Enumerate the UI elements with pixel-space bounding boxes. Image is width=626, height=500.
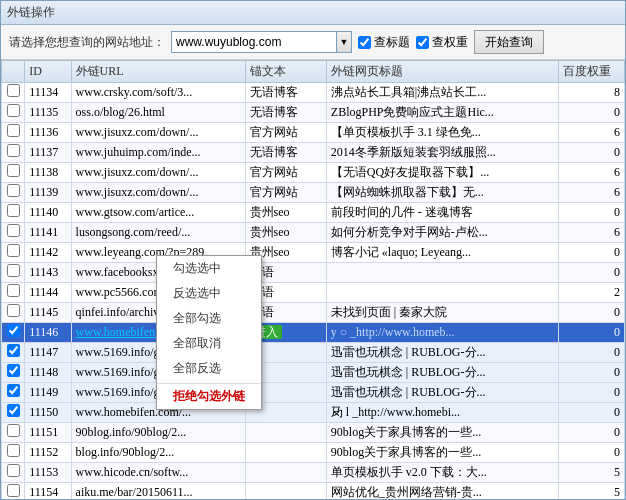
row-id: 11137 bbox=[25, 143, 71, 163]
table-row[interactable]: 11134www.crsky.com/soft/3...无语博客沸点站长工具箱|… bbox=[2, 83, 625, 103]
row-url[interactable]: blog.info/90blog/2... bbox=[71, 443, 245, 463]
row-url[interactable]: 90blog.info/90blog/2... bbox=[71, 423, 245, 443]
url-dropdown-arrow[interactable]: ▼ bbox=[336, 31, 352, 53]
row-title: 博客小记 «laquo; Leyeang... bbox=[326, 243, 558, 263]
row-rank: 0 bbox=[558, 423, 624, 443]
table-row[interactable]: 11142www.leyeang.com/?p=289贵州seo博客小记 «la… bbox=[2, 243, 625, 263]
header-rank: 百度权重 bbox=[558, 61, 624, 83]
row-checkbox[interactable] bbox=[7, 184, 20, 197]
row-checkbox[interactable] bbox=[7, 104, 20, 117]
row-checkbox-cell bbox=[2, 303, 25, 323]
table-row[interactable]: 11148www.5169.info/guanz...迅雷也玩棋念 | RUBL… bbox=[2, 363, 625, 383]
row-id: 11140 bbox=[25, 203, 71, 223]
row-title: 夃 l _http://www.homebi... bbox=[326, 403, 558, 423]
row-url[interactable]: www.jisuxz.com/down/... bbox=[71, 163, 245, 183]
table-row[interactable]: 11150www.homebifen.com/...夃 l _http://ww… bbox=[2, 403, 625, 423]
row-checkbox[interactable] bbox=[7, 384, 20, 397]
table-row[interactable]: 11144www.pc5566.com/soft/...无语2 bbox=[2, 283, 625, 303]
row-rank: 0 bbox=[558, 263, 624, 283]
table-row[interactable]: 1115190blog.info/90blog/2...90blog关于家具博客… bbox=[2, 423, 625, 443]
row-url[interactable]: aiku.me/bar/20150611... bbox=[71, 483, 245, 500]
row-checkbox[interactable] bbox=[7, 304, 20, 317]
row-id: 11142 bbox=[25, 243, 71, 263]
row-checkbox[interactable] bbox=[7, 324, 20, 337]
row-id: 11152 bbox=[25, 443, 71, 463]
row-url[interactable]: www.gtsow.com/artice... bbox=[71, 203, 245, 223]
context-menu-item-uncheck-all[interactable]: 全部取消 bbox=[157, 331, 261, 356]
title-bar: 外链操作 bbox=[1, 1, 625, 25]
table-row[interactable]: 11138www.jisuxz.com/down/...官方网站【无语QQ好友提… bbox=[2, 163, 625, 183]
row-title: 迅雷也玩棋念 | RUBLOG-分... bbox=[326, 383, 558, 403]
table-row[interactable]: 11136www.jisuxz.com/down/...官方网站【单页模板扒手 … bbox=[2, 123, 625, 143]
row-rank: 0 bbox=[558, 403, 624, 423]
row-id: 11134 bbox=[25, 83, 71, 103]
table-row[interactable]: 11153www.hicode.cn/softw...单页模板扒手 v2.0 下… bbox=[2, 463, 625, 483]
row-checkbox[interactable] bbox=[7, 484, 20, 497]
row-anchor bbox=[245, 483, 326, 500]
row-checkbox[interactable] bbox=[7, 344, 20, 357]
row-checkbox[interactable] bbox=[7, 244, 20, 257]
context-menu: 勾选选中反选选中全部勾选全部取消全部反选拒绝勾选外链 bbox=[156, 255, 262, 410]
row-anchor: 无语博客 bbox=[245, 103, 326, 123]
context-menu-item-reject-checked[interactable]: 拒绝勾选外链 bbox=[157, 383, 261, 409]
row-checkbox[interactable] bbox=[7, 364, 20, 377]
row-url[interactable]: www.hicode.cn/softw... bbox=[71, 463, 245, 483]
row-url[interactable]: www.jisuxz.com/down/... bbox=[71, 123, 245, 143]
context-menu-item-check-all[interactable]: 全部勾选 bbox=[157, 306, 261, 331]
table-row[interactable]: 11137www.juhuimp.com/inde...无语博客2014冬季新版… bbox=[2, 143, 625, 163]
row-checkbox[interactable] bbox=[7, 164, 20, 177]
row-checkbox-cell bbox=[2, 363, 25, 383]
table-row[interactable]: 11145qinfei.info/archives...无语未找到页面 | 秦家… bbox=[2, 303, 625, 323]
row-anchor bbox=[245, 443, 326, 463]
table-row[interactable]: 11135oss.o/blog/26.html无语博客ZBlogPHP免费响应式… bbox=[2, 103, 625, 123]
table-row[interactable]: 11149www.5169.info/guanz...迅雷也玩棋念 | RUBL… bbox=[2, 383, 625, 403]
row-checkbox[interactable] bbox=[7, 144, 20, 157]
check-title-checkbox[interactable] bbox=[358, 36, 371, 49]
row-url[interactable]: www.crsky.com/soft/3... bbox=[71, 83, 245, 103]
context-menu-item-invert-all[interactable]: 全部反选 bbox=[157, 356, 261, 381]
table-row[interactable]: 11152blog.info/90blog/2...90blog关于家具博客的一… bbox=[2, 443, 625, 463]
table-row[interactable]: 11147www.5169.info/guanz...迅雷也玩棋念 | RUBL… bbox=[2, 343, 625, 363]
row-rank: 6 bbox=[558, 123, 624, 143]
row-checkbox[interactable] bbox=[7, 224, 20, 237]
row-checkbox[interactable] bbox=[7, 444, 20, 457]
row-checkbox[interactable] bbox=[7, 264, 20, 277]
row-url[interactable]: www.juhuimp.com/inde... bbox=[71, 143, 245, 163]
context-menu-item-check-selected[interactable]: 勾选选中 bbox=[157, 256, 261, 281]
row-checkbox[interactable] bbox=[7, 204, 20, 217]
table-row[interactable]: 11139www.jisuxz.com/down/...官方网站【网站蜘蛛抓取器… bbox=[2, 183, 625, 203]
row-checkbox-cell bbox=[2, 263, 25, 283]
row-checkbox-cell bbox=[2, 163, 25, 183]
row-url[interactable]: www.jisuxz.com/down/... bbox=[71, 183, 245, 203]
row-rank: 0 bbox=[558, 243, 624, 263]
row-title: 如何分析竞争对手网站-卢松... bbox=[326, 223, 558, 243]
table-row[interactable]: 11141lusongsong.com/reed/...贵州seo如何分析竞争对… bbox=[2, 223, 625, 243]
row-rank: 8 bbox=[558, 83, 624, 103]
row-rank: 0 bbox=[558, 143, 624, 163]
context-menu-item-uncheck-selected[interactable]: 反选选中 bbox=[157, 281, 261, 306]
table-row[interactable]: 11140www.gtsow.com/artice...贵州seo前段时间的几件… bbox=[2, 203, 625, 223]
row-checkbox[interactable] bbox=[7, 284, 20, 297]
check-rank-checkbox[interactable] bbox=[416, 36, 429, 49]
row-url[interactable]: lusongsong.com/reed/... bbox=[71, 223, 245, 243]
header-id: ID bbox=[25, 61, 71, 83]
row-anchor: 贵州seo bbox=[245, 223, 326, 243]
row-url[interactable]: oss.o/blog/26.html bbox=[71, 103, 245, 123]
table-row[interactable]: 11146www.homebifen.com/ta...进入y ○ _http:… bbox=[2, 323, 625, 343]
header-title: 外链网页标题 bbox=[326, 61, 558, 83]
row-title: 前段时间的几件 - 迷魂博客 bbox=[326, 203, 558, 223]
table-row[interactable]: 11154aiku.me/bar/20150611...网站优化_贵州网络营销-… bbox=[2, 483, 625, 500]
url-input[interactable] bbox=[171, 31, 336, 53]
table-header-row: ID 外链URL 锚文本 外链网页标题 百度权重 bbox=[2, 61, 625, 83]
data-table: ID 外链URL 锚文本 外链网页标题 百度权重 11134www.crsky.… bbox=[1, 60, 625, 499]
row-id: 11154 bbox=[25, 483, 71, 500]
row-checkbox[interactable] bbox=[7, 424, 20, 437]
query-button[interactable]: 开始查询 bbox=[474, 30, 544, 54]
table-row[interactable]: 11143www.facebooksx.com/?...无语0 bbox=[2, 263, 625, 283]
row-checkbox[interactable] bbox=[7, 404, 20, 417]
row-checkbox[interactable] bbox=[7, 124, 20, 137]
row-id: 11149 bbox=[25, 383, 71, 403]
row-checkbox[interactable] bbox=[7, 464, 20, 477]
row-checkbox[interactable] bbox=[7, 84, 20, 97]
row-checkbox-cell bbox=[2, 483, 25, 500]
